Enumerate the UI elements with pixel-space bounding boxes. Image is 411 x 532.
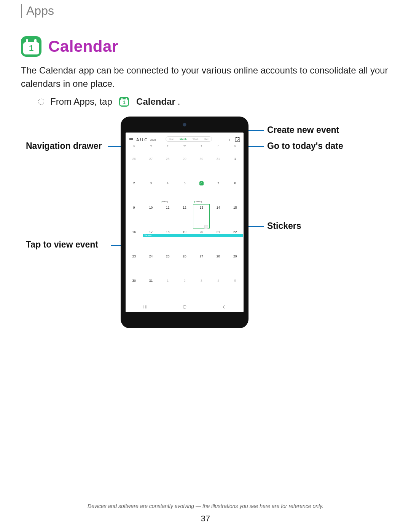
svg-point-8 <box>183 305 186 308</box>
footer-disclaimer: Devices and software are constantly evol… <box>0 503 411 509</box>
calendar-day-cell[interactable]: 5 <box>227 277 244 302</box>
section-header: Apps <box>21 4 54 18</box>
view-week[interactable]: Week <box>190 137 201 141</box>
instruction-appname: Calendar <box>136 96 175 107</box>
calendar-day-cell[interactable]: 23 <box>126 253 142 277</box>
tablet-illustration: AUG 2020 Year Month Week Day + <box>121 117 249 328</box>
callout-stickers: Stickers <box>267 221 301 231</box>
calendar-day-cell[interactable]: 21 <box>210 228 226 253</box>
app-heading: 1 Calendar <box>21 36 118 57</box>
calendar-icon-day-small: 1 <box>120 99 128 105</box>
calendar-header: AUG 2020 Year Month Week Day + <box>126 135 244 144</box>
callout-tap-view: Tap to view event <box>26 240 98 250</box>
calendar-day-cell[interactable]: 10 <box>142 204 159 228</box>
calendar-day-cell[interactable]: 19 <box>176 228 193 253</box>
sticker-icon[interactable] <box>204 224 208 228</box>
calendar-day-cell[interactable]: 4Meeting <box>159 180 176 204</box>
calendar-week-row: 303112345 <box>126 277 244 302</box>
bullet-icon <box>38 99 44 105</box>
calendar-day-cell[interactable]: 25 <box>159 253 176 277</box>
day-of-week-row: S M T W T F S <box>126 145 244 150</box>
calendar-day-cell[interactable]: 30 <box>126 277 142 302</box>
calendar-day-cell[interactable]: 29 <box>176 155 193 180</box>
calendar-day-cell[interactable]: 4 <box>210 277 226 302</box>
calendar-day-cell[interactable]: 2 <box>176 277 193 302</box>
calendar-week-row: 9101112131415 <box>126 204 244 228</box>
calendar-day-cell[interactable]: 2 <box>126 180 142 204</box>
calendar-day-cell[interactable]: 29 <box>227 253 244 277</box>
event-bar-vacation[interactable]: Vacation <box>143 234 243 237</box>
calendar-icon-day: 1 <box>23 42 39 54</box>
month-label[interactable]: AUG <box>136 137 149 142</box>
callout-goto-today: Go to today's date <box>267 141 343 151</box>
calendar-day-cell[interactable]: 7 <box>210 180 226 204</box>
tablet-camera <box>183 123 186 126</box>
calendar-day-cell[interactable]: 5 <box>176 180 193 204</box>
calendar-app-icon: 1 <box>21 36 41 57</box>
calendar-week-row: 16171819202122 <box>126 228 244 253</box>
view-year[interactable]: Year <box>166 137 177 141</box>
calendar-day-cell[interactable]: 27 <box>142 155 159 180</box>
view-day[interactable]: Day <box>201 137 212 141</box>
svg-rect-1 <box>236 137 237 138</box>
calendar-day-cell[interactable]: 31 <box>210 155 226 180</box>
calendar-day-cell[interactable]: 28 <box>210 253 226 277</box>
calendar-day-cell[interactable]: 24 <box>142 253 159 277</box>
calendar-day-cell[interactable]: 28 <box>159 155 176 180</box>
event-chip[interactable]: Meeting <box>194 201 202 203</box>
svg-line-3 <box>237 139 239 141</box>
today-button[interactable] <box>234 136 241 142</box>
event-chip[interactable]: Meeting <box>161 201 168 203</box>
recents-icon[interactable] <box>143 304 148 310</box>
calendar-day-cell[interactable]: 3 <box>193 277 210 302</box>
view-month[interactable]: Month <box>177 137 190 141</box>
calendar-day-cell[interactable]: 3 <box>142 180 159 204</box>
calendar-day-cell[interactable]: 1 <box>159 277 176 302</box>
calendar-day-cell[interactable]: 26 <box>176 253 193 277</box>
dow-cell: T <box>159 145 176 150</box>
dow-cell: M <box>142 145 159 150</box>
calendar-day-cell[interactable]: 14 <box>210 204 226 228</box>
hamburger-icon[interactable] <box>129 138 133 141</box>
calendar-day-cell[interactable]: 1 <box>227 155 244 180</box>
home-icon[interactable] <box>182 304 187 310</box>
view-selector[interactable]: Year Month Week Day <box>166 136 212 142</box>
calendar-day-cell[interactable]: 12 <box>176 204 193 228</box>
calendar-week-row: 234Meeting56Meeting78 <box>126 180 244 204</box>
instruction-suffix: . <box>178 96 180 107</box>
callout-nav-drawer: Navigation drawer <box>26 141 102 151</box>
android-navbar <box>126 303 244 311</box>
calendar-day-cell[interactable]: 31 <box>142 277 159 302</box>
calendar-app-icon-small: 1 <box>119 97 129 107</box>
add-event-button[interactable]: + <box>228 137 231 143</box>
today-icon <box>234 136 241 142</box>
calendar-day-cell[interactable]: 15 <box>227 204 244 228</box>
calendar-day-cell[interactable]: 17 <box>142 228 159 253</box>
calendar-day-cell[interactable]: 9 <box>126 204 142 228</box>
calendar-day-cell[interactable]: 18 <box>159 228 176 253</box>
page-number: 37 <box>0 514 411 524</box>
calendar-day-cell[interactable]: 26 <box>126 155 142 180</box>
intro-paragraph: The Calendar app can be connected to you… <box>21 64 390 91</box>
calendar-day-cell[interactable]: 16 <box>126 228 142 253</box>
calendar-week-row: 23242526272829 <box>126 253 244 277</box>
calendar-day-cell[interactable]: 27 <box>193 253 210 277</box>
dow-cell: S <box>227 145 244 150</box>
tablet-screen: AUG 2020 Year Month Week Day + <box>126 133 244 312</box>
dow-cell: F <box>210 145 226 150</box>
callout-create-event: Create new event <box>267 125 339 135</box>
year-label: 2020 <box>150 139 156 141</box>
manual-page: Apps 1 Calendar The Calendar app can be … <box>0 0 411 532</box>
calendar-day-cell[interactable]: 22 <box>227 228 244 253</box>
calendar-day-cell[interactable]: 11 <box>159 204 176 228</box>
calendar-day-cell[interactable]: 8 <box>227 180 244 204</box>
calendar-grid: 2627282930311234Meeting56Meeting78910111… <box>126 150 244 302</box>
calendar-day-cell[interactable]: 6Meeting <box>193 180 210 204</box>
dow-cell: T <box>193 145 210 150</box>
calendar-day-cell[interactable]: 20 <box>193 228 210 253</box>
calendar-week-row: 2627282930311 <box>126 155 244 180</box>
calendar-day-cell[interactable]: 30 <box>193 155 210 180</box>
svg-rect-0 <box>235 137 240 142</box>
back-icon[interactable] <box>221 304 226 310</box>
instruction-prefix: From Apps, tap <box>50 96 112 107</box>
